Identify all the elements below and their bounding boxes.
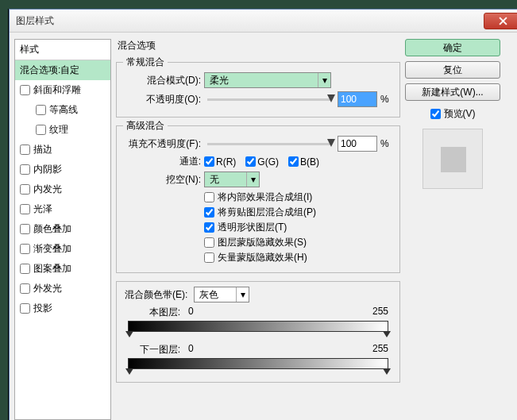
outer-glow-checkbox[interactable] [20, 283, 30, 294]
options-panel: 混合选项 常规混合 混合模式(D): 柔光 ▾ 不透明度(O): % [116, 39, 400, 420]
blend-if-group: 混合颜色带(E): 灰色 ▾ 本图层: 0 255 [116, 281, 400, 383]
styles-item-texture[interactable]: 纹理 [15, 120, 110, 140]
styles-header: 样式 [15, 40, 110, 60]
styles-item-label: 光泽 [33, 202, 52, 216]
opacity-slider[interactable] [207, 98, 331, 101]
styles-item-color-overlay[interactable]: 颜色叠加 [15, 219, 110, 239]
knockout-value: 无 [205, 173, 246, 187]
styles-item-label: 外发光 [33, 282, 62, 295]
ok-button[interactable]: 确定 [405, 39, 500, 56]
new-style-button[interactable]: 新建样式(W)... [405, 83, 500, 101]
slider-thumb-icon[interactable] [327, 139, 335, 147]
advanced-options-list: 将内部效果混合成组(I) 将剪贴图层混合成组(P) 透明形状图层(T) 图层蒙版… [204, 191, 392, 264]
close-icon [499, 17, 507, 25]
under-layer-label: 下一图层: [125, 343, 185, 356]
fill-opacity-input[interactable] [338, 136, 377, 152]
titlebar[interactable]: 图层样式 [10, 10, 517, 33]
gradient-thumb-icon[interactable] [383, 331, 391, 337]
preview-swatch [422, 129, 483, 189]
styles-item-label: 颜色叠加 [33, 222, 71, 236]
styles-item-label: 斜面和浮雕 [33, 83, 81, 97]
under-layer-high: 255 [372, 343, 388, 356]
styles-item-pattern-overlay[interactable]: 图案叠加 [15, 259, 110, 279]
channel-r-checkbox[interactable] [204, 156, 214, 167]
ok-button-label: 确定 [443, 41, 462, 55]
gradient-thumb-icon[interactable] [125, 368, 133, 375]
inner-shadow-checkbox[interactable] [20, 164, 30, 175]
blend-if-label: 混合颜色带(E): [125, 288, 187, 302]
styles-item-blend-options[interactable]: 混合选项:自定 [15, 60, 110, 80]
channel-b-label: B(B) [300, 156, 319, 168]
knockout-dropdown[interactable]: 无 ▾ [204, 171, 260, 187]
general-blend-title: 常规混合 [123, 56, 168, 69]
opt-transparency-checkbox[interactable] [204, 222, 214, 233]
gradient-overlay-checkbox[interactable] [20, 244, 30, 254]
stroke-checkbox[interactable] [20, 144, 30, 155]
dialog-content: 样式 混合选项:自定 斜面和浮雕 等高线 纹理 描边 内阴影 [10, 33, 517, 420]
percent-label: % [380, 94, 392, 105]
styles-item-contour[interactable]: 等高线 [15, 100, 110, 120]
opt-clipped-checkbox[interactable] [204, 207, 214, 218]
this-layer-high: 255 [372, 306, 388, 319]
under-layer-gradient[interactable] [128, 358, 388, 369]
bevel-checkbox[interactable] [20, 85, 30, 95]
blend-if-dropdown[interactable]: 灰色 ▾ [194, 287, 249, 302]
styles-item-label: 内发光 [33, 183, 62, 196]
styles-item-stroke[interactable]: 描边 [15, 140, 110, 160]
styles-item-label: 图案叠加 [33, 262, 71, 276]
advanced-blend-group: 高级混合 填充不透明度(F): % 通道: R(R) G(G) B(B) 挖空 [116, 125, 400, 273]
reset-button[interactable]: 复位 [405, 61, 500, 79]
opt-vector-mask-label: 矢量蒙版隐藏效果(H) [218, 251, 307, 264]
color-overlay-checkbox[interactable] [20, 224, 30, 234]
chevron-down-icon: ▾ [236, 287, 249, 302]
opt-interior-label: 将内部效果混合成组(I) [218, 191, 312, 204]
styles-item-drop-shadow[interactable]: 投影 [15, 299, 110, 318]
opt-vector-mask-checkbox[interactable] [204, 252, 214, 263]
styles-item-label: 混合选项:自定 [20, 64, 79, 77]
channel-b-checkbox[interactable] [288, 156, 299, 167]
opt-layer-mask-checkbox[interactable] [204, 237, 214, 248]
fill-opacity-label: 填充不透明度(F): [125, 137, 201, 151]
styles-item-label: 描边 [33, 143, 52, 156]
styles-item-inner-glow[interactable]: 内发光 [15, 179, 110, 199]
gradient-thumb-icon[interactable] [125, 331, 133, 337]
opacity-input[interactable] [338, 91, 377, 107]
blend-mode-dropdown[interactable]: 柔光 ▾ [204, 72, 331, 88]
channel-g-label: G(G) [257, 156, 279, 168]
styles-item-label: 纹理 [49, 123, 68, 137]
styles-item-label: 投影 [33, 302, 52, 315]
drop-shadow-checkbox[interactable] [20, 303, 30, 314]
buttons-panel: 确定 复位 新建样式(W)... 预览(V) [405, 39, 500, 420]
pattern-overlay-checkbox[interactable] [20, 264, 30, 274]
styles-item-inner-shadow[interactable]: 内阴影 [15, 160, 110, 179]
styles-item-gradient-overlay[interactable]: 渐变叠加 [15, 239, 110, 259]
preview-checkbox[interactable] [430, 109, 441, 119]
styles-item-label: 等高线 [49, 103, 78, 117]
styles-item-outer-glow[interactable]: 外发光 [15, 279, 110, 299]
opt-interior-checkbox[interactable] [204, 192, 214, 202]
texture-checkbox[interactable] [36, 125, 46, 135]
chevron-down-icon: ▾ [318, 73, 330, 87]
channel-label: 通道: [125, 155, 201, 168]
blend-mode-label: 混合模式(D): [125, 74, 201, 87]
styles-item-bevel[interactable]: 斜面和浮雕 [15, 80, 110, 100]
satin-checkbox[interactable] [20, 204, 30, 214]
slider-thumb-icon[interactable] [327, 94, 335, 102]
styles-item-label: 渐变叠加 [33, 242, 71, 256]
fill-opacity-slider[interactable] [207, 143, 331, 145]
preview-label: 预览(V) [444, 107, 476, 121]
channel-g-checkbox[interactable] [245, 156, 256, 167]
close-button[interactable] [484, 13, 517, 29]
dialog-frame: 图层样式 样式 混合选项:自定 斜面和浮雕 等高线 纹理 [8, 9, 517, 420]
contour-checkbox[interactable] [36, 105, 46, 115]
inner-glow-checkbox[interactable] [20, 184, 30, 195]
styles-item-satin[interactable]: 光泽 [15, 199, 110, 219]
reset-button-label: 复位 [443, 64, 462, 77]
blend-if-value: 灰色 [195, 288, 236, 302]
styles-item-label: 内阴影 [33, 163, 62, 176]
gradient-thumb-icon[interactable] [383, 368, 391, 375]
opt-transparency-label: 透明形状图层(T) [218, 221, 287, 234]
window-title: 图层样式 [16, 14, 484, 28]
new-style-button-label: 新建样式(W)... [422, 86, 483, 99]
this-layer-gradient[interactable] [128, 321, 388, 332]
